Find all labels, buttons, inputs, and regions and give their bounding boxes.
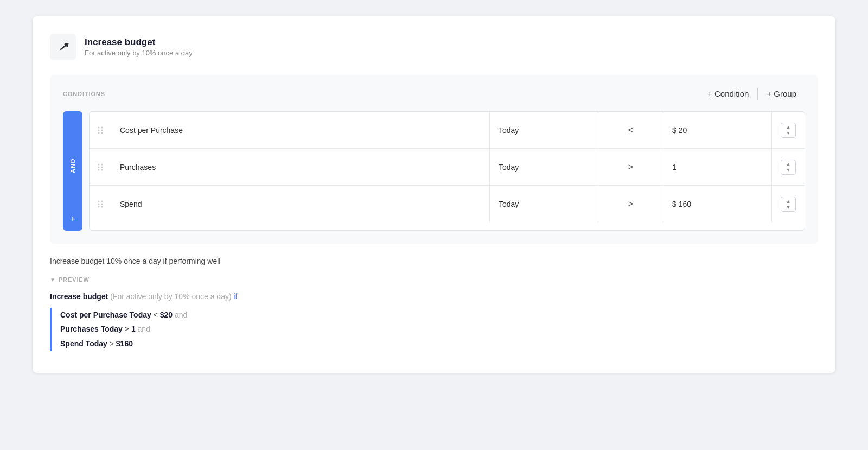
conditions-actions: + Condition + Group xyxy=(699,86,805,102)
preview-toggle[interactable]: ▼ PREVIEW xyxy=(50,276,818,283)
table-row: Cost per Purchase Today < $ 20 ▲ ▼ xyxy=(90,112,805,149)
svg-point-11 xyxy=(101,169,103,170)
preview-content: Increase budget (For active only by 10% … xyxy=(50,290,818,303)
value-cell: 1 xyxy=(663,149,772,185)
value-cell: $ 20 xyxy=(663,112,772,148)
spinner-button[interactable]: ▲ ▼ xyxy=(781,123,796,138)
and-bar: AND + xyxy=(63,111,82,231)
rule-header: ↗ Increase budget For active only by 10%… xyxy=(50,34,818,60)
time-cell: Today xyxy=(490,112,598,148)
svg-point-10 xyxy=(98,169,100,170)
conditions-table: Cost per Purchase Today < $ 20 ▲ ▼ xyxy=(89,111,805,231)
preview-intro-bold: Increase budget xyxy=(50,292,108,301)
svg-point-3 xyxy=(101,129,103,131)
preview-operator: > xyxy=(107,339,116,348)
preview-value: $160 xyxy=(116,339,133,348)
rule-icon: ↗ xyxy=(50,34,76,60)
svg-point-7 xyxy=(101,163,103,165)
actions-cell: ▲ ▼ xyxy=(772,149,805,185)
preview-intro-grey: (For active only by 10% once a day) xyxy=(108,292,233,301)
chevron-down-icon: ▼ xyxy=(50,277,55,283)
preview-suffix: and xyxy=(173,310,187,319)
preview-operator: > xyxy=(123,325,131,333)
preview-label: PREVIEW xyxy=(59,276,90,283)
preview-line-bold: Spend Today xyxy=(60,339,107,348)
svg-point-16 xyxy=(98,206,100,208)
svg-point-12 xyxy=(98,201,100,202)
svg-point-9 xyxy=(101,166,103,168)
conditions-header: CONDITIONS + Condition + Group xyxy=(63,86,805,102)
add-condition-button[interactable]: + Condition xyxy=(699,86,757,102)
svg-point-1 xyxy=(101,126,103,128)
svg-point-4 xyxy=(98,132,100,134)
preview-line-bold: Purchases Today xyxy=(60,325,123,333)
table-row: Purchases Today > 1 ▲ ▼ xyxy=(90,149,805,186)
preview-intro-blue: if xyxy=(233,292,237,301)
preview-section: ▼ PREVIEW Increase budget (For active on… xyxy=(50,276,818,351)
header-text: Increase budget For active only by 10% o… xyxy=(85,37,193,57)
svg-point-15 xyxy=(101,204,103,205)
preview-conditions: Cost per Purchase Today < $20 and Purcha… xyxy=(50,308,818,351)
preview-value: 1 xyxy=(131,325,136,333)
metric-cell: Spend xyxy=(111,186,490,223)
rule-title: Increase budget xyxy=(85,37,193,48)
time-cell: Today xyxy=(490,149,598,185)
table-row: Spend Today > $ 160 ▲ ▼ xyxy=(90,186,805,223)
svg-point-2 xyxy=(98,129,100,131)
actions-cell: ▲ ▼ xyxy=(772,112,805,148)
svg-point-13 xyxy=(101,201,103,202)
operator-cell: > xyxy=(598,186,663,223)
operator-cell: < xyxy=(598,112,663,148)
metric-cell: Purchases xyxy=(111,149,490,185)
and-label: AND xyxy=(69,118,76,214)
list-item: Purchases Today > 1 and xyxy=(60,322,818,337)
list-item: Spend Today > $160 xyxy=(60,337,818,351)
conditions-body: AND + xyxy=(63,111,805,231)
preview-value: $20 xyxy=(160,310,173,319)
add-group-button[interactable]: + Group xyxy=(758,86,805,102)
rule-subtitle: For active only by 10% once a day xyxy=(85,49,193,57)
spinner-button[interactable]: ▲ ▼ xyxy=(781,160,796,175)
svg-point-5 xyxy=(101,132,103,134)
svg-point-14 xyxy=(98,204,100,205)
metric-cell: Cost per Purchase xyxy=(111,112,490,148)
preview-line-bold: Cost per Purchase Today xyxy=(60,310,151,319)
main-card: ↗ Increase budget For active only by 10%… xyxy=(33,16,835,373)
drag-handle-icon[interactable] xyxy=(90,200,111,208)
operator-cell: > xyxy=(598,149,663,185)
description-text: Increase budget 10% once a day if perfor… xyxy=(50,257,818,265)
time-cell: Today xyxy=(490,186,598,223)
spinner-button[interactable]: ▲ ▼ xyxy=(781,197,796,212)
preview-operator: < xyxy=(151,310,160,319)
value-cell: $ 160 xyxy=(663,186,772,223)
conditions-section: CONDITIONS + Condition + Group AND + xyxy=(50,75,818,244)
drag-handle-icon[interactable] xyxy=(90,126,111,135)
conditions-label: CONDITIONS xyxy=(63,91,105,97)
svg-point-17 xyxy=(101,206,103,208)
svg-point-0 xyxy=(98,126,100,128)
preview-suffix: and xyxy=(136,325,150,333)
drag-handle-icon[interactable] xyxy=(90,163,111,172)
list-item: Cost per Purchase Today < $20 and xyxy=(60,308,818,322)
actions-cell: ▲ ▼ xyxy=(772,186,805,223)
svg-point-6 xyxy=(98,163,100,165)
svg-point-8 xyxy=(98,166,100,168)
and-plus-button[interactable]: + xyxy=(70,214,76,225)
